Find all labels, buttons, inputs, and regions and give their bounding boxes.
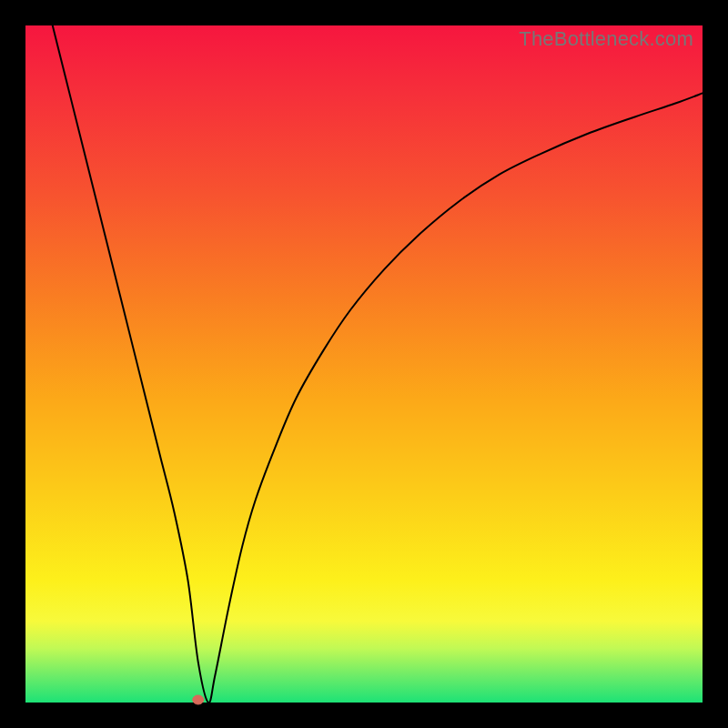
plot-area: TheBottleneck.com bbox=[25, 25, 703, 703]
chart-svg bbox=[25, 25, 703, 703]
min-marker bbox=[193, 695, 204, 704]
bottleneck-curve bbox=[53, 25, 703, 703]
chart-frame: TheBottleneck.com bbox=[0, 0, 728, 728]
